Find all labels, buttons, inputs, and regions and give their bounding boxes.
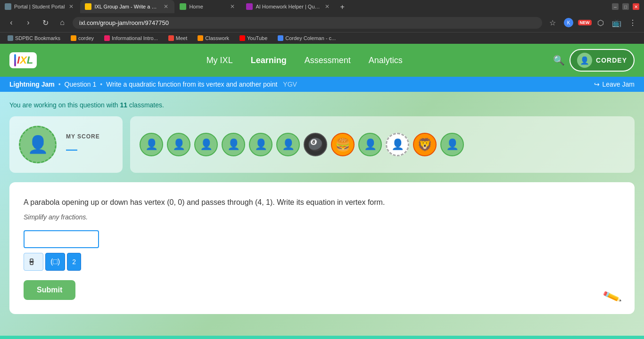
score-card: 👤 MY SCORE — (9, 116, 123, 173)
main-content: You are working on this question with 11… (0, 92, 644, 336)
math-tools: (□) 2 (24, 253, 620, 271)
user-name: CORDEY (596, 56, 627, 64)
svg-rect-0 (30, 259, 33, 261)
logo-bar (14, 54, 16, 66)
browser-chrome: Portal | Student Portal ✕ IXL Group Jam … (0, 0, 644, 44)
classmates-notice: You are working on this question with 11… (9, 101, 635, 109)
tab-title: AI Homework Helper | Quizgec... (256, 4, 321, 9)
reload-button[interactable]: ↻ (39, 16, 52, 29)
maximize-button[interactable]: □ (622, 3, 629, 10)
tab-title: IXL Group Jam - Write a quad... (94, 4, 159, 9)
avatar-person-icon: 👤 (27, 135, 49, 154)
score-avatar: 👤 (19, 126, 57, 163)
nav-my-ixl[interactable]: My IXL (205, 52, 235, 69)
avatar-icon: 👤 (580, 56, 589, 65)
browser-tab-portal[interactable]: Portal | Student Portal ✕ (0, 0, 80, 13)
extensions-button[interactable]: K (562, 16, 575, 29)
nav-learning[interactable]: Learning (249, 52, 289, 69)
extensions-new-button[interactable]: NEW (578, 16, 591, 29)
search-button[interactable]: 🔍 (553, 55, 565, 66)
answer-input[interactable] (24, 230, 99, 248)
logo-l: L (27, 54, 33, 66)
question-card-wrapper: A parabola opening up or down has vertex… (9, 182, 635, 314)
tab-close[interactable]: ✕ (162, 3, 170, 10)
tab-favicon (180, 3, 186, 10)
svg-rect-1 (30, 262, 33, 265)
math-fraction-button[interactable] (24, 253, 43, 271)
leave-label: Leave Jam (603, 81, 635, 88)
minimize-button[interactable]: – (612, 3, 619, 10)
classmate-avatar-3: 👤 (194, 133, 218, 156)
breadcrumb-jam[interactable]: Lightning Jam (9, 81, 55, 88)
math-parentheses-button[interactable]: (□) (45, 253, 65, 271)
close-button[interactable]: ✕ (633, 3, 639, 10)
score-label: MY SCORE (66, 133, 100, 140)
window-controls: – □ ✕ (607, 3, 644, 10)
breadcrumb-bar: Lightning Jam • Question 1 • Write a qua… (0, 77, 644, 92)
nav-assessment[interactable]: Assessment (303, 52, 353, 69)
submit-button[interactable]: Submit (24, 280, 75, 300)
bookmarks-bar: SDPBC Bookmarks cordey Informational Int… (0, 32, 644, 44)
score-value: — (66, 143, 100, 156)
tab-favicon (85, 3, 91, 10)
classmate-avatar-4: 👤 (222, 133, 245, 156)
fraction-icon (29, 257, 38, 266)
tab-favicon (5, 3, 11, 10)
leave-icon: ↪ (594, 81, 600, 88)
tab-favicon (246, 3, 253, 10)
leave-jam-button[interactable]: ↪ Leave Jam (594, 81, 635, 88)
classmates-count: 11 (120, 101, 128, 109)
bookmark-cordey[interactable]: cordey (68, 34, 97, 42)
breadcrumb-left: Lightning Jam • Question 1 • Write a qua… (9, 81, 297, 88)
puzzle-icon[interactable]: ⬡ (594, 16, 607, 29)
breadcrumb-question-title: Write a quadratic function from its vert… (106, 81, 277, 88)
address-input[interactable] (73, 17, 542, 29)
bookmark-youtube[interactable]: YouTube (237, 34, 270, 42)
browser-tab-ai[interactable]: AI Homework Helper | Quizgec... ✕ (241, 0, 336, 13)
browser-actions: ☆ K NEW ⬡ 📺 ⋮ (546, 16, 639, 29)
logo-x: X (20, 54, 27, 66)
classmate-avatar-7: 🎱 (304, 133, 327, 156)
bookmark-informational[interactable]: Informational Intro... (101, 34, 161, 42)
browser-tab-home[interactable]: Home ✕ (175, 0, 241, 13)
parentheses-icon: (□) (50, 258, 60, 266)
classmate-avatar-6: 👤 (276, 133, 300, 156)
back-button[interactable]: ‹ (5, 16, 18, 29)
classmate-avatar-2: 👤 (167, 133, 190, 156)
math-exponent-button[interactable]: 2 (67, 253, 81, 271)
tab-bar: Portal | Student Portal ✕ IXL Group Jam … (0, 0, 644, 13)
bookmark-cordey-c[interactable]: Cordey Coleman - c... (275, 34, 339, 42)
classmate-avatar-1: 👤 (140, 133, 163, 156)
tab-close[interactable]: ✕ (323, 3, 331, 10)
breadcrumb-question: Question 1 (65, 81, 97, 88)
classmate-avatar-9: 👤 (358, 133, 382, 156)
breadcrumb-dot1: • (58, 81, 61, 88)
forward-button[interactable]: › (22, 16, 35, 29)
new-tab-button[interactable]: + (336, 1, 348, 13)
nav-analytics[interactable]: Analytics (367, 52, 405, 69)
user-badge[interactable]: 👤 CORDEY (570, 49, 635, 72)
score-info: MY SCORE — (66, 133, 100, 156)
classmate-avatar-11: 🦁 (413, 133, 437, 156)
exponent-icon: 2 (72, 258, 76, 266)
breadcrumb-dot2: • (100, 81, 102, 88)
classmate-avatar-10: 👤 (386, 133, 409, 156)
bookmark-meet[interactable]: Meet (165, 34, 190, 42)
tab-close[interactable]: ✕ (67, 3, 75, 10)
menu-button[interactable]: ⋮ (626, 16, 639, 29)
bookmark-classwork[interactable]: Classwork (195, 34, 232, 42)
breadcrumb-code: YGV (283, 81, 297, 88)
app-nav: My IXL Learning Assessment Analytics (56, 52, 553, 69)
browser-tab-ixl[interactable]: IXL Group Jam - Write a quad... ✕ (80, 0, 174, 13)
tab-close[interactable]: ✕ (229, 3, 236, 10)
bookmark-sdpbc[interactable]: SDPBC Bookmarks (5, 34, 63, 42)
bookmark-star[interactable]: ☆ (546, 16, 559, 29)
ixl-logo[interactable]: I X L (9, 52, 37, 68)
score-classmates-row: 👤 MY SCORE — 👤 👤 👤 👤 👤 (9, 116, 635, 173)
classmate-avatar-8: 🍔 (331, 133, 355, 156)
cast-button[interactable]: 📺 (610, 16, 623, 29)
question-instruction: Simplify any fractions. (24, 213, 620, 221)
tab-title: Home (189, 4, 226, 9)
home-button[interactable]: ⌂ (56, 16, 69, 29)
question-text: A parabola opening up or down has vertex… (24, 196, 620, 209)
